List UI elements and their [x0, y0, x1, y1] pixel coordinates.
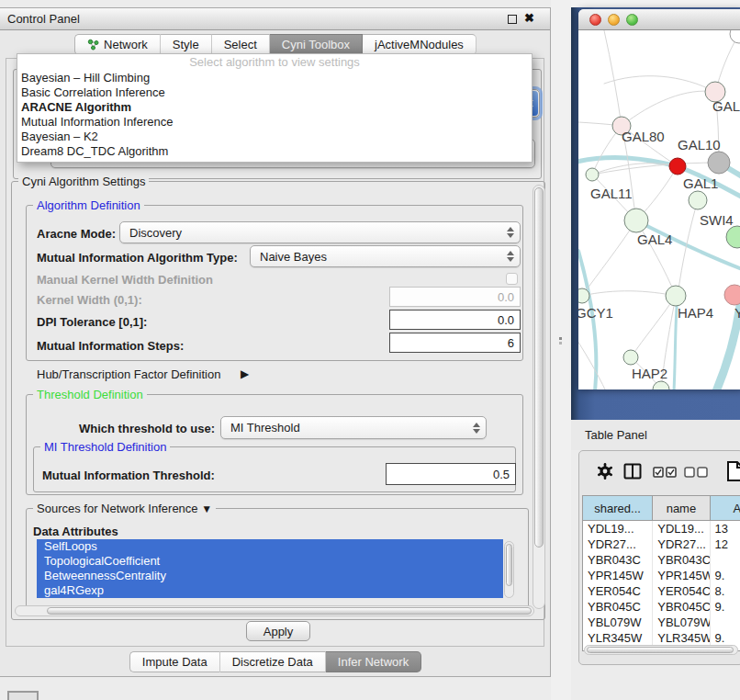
table-horizontal-scrollbar[interactable] — [584, 645, 738, 655]
dpi-tolerance-field[interactable]: 0.0 — [389, 310, 521, 330]
tab-network[interactable]: Network — [74, 34, 161, 55]
network-node-label: GAL1 — [683, 175, 718, 191]
network-edge — [582, 220, 636, 296]
tab-discretize-data[interactable]: Discretize Data — [220, 651, 326, 672]
cell: YBR045C — [583, 599, 653, 615]
cell: YBL079W — [653, 615, 710, 630]
tab-impute-data[interactable]: Impute Data — [129, 651, 220, 672]
table-row[interactable]: YBR043CYBR043C — [583, 552, 740, 568]
column-header-a[interactable]: A — [711, 496, 740, 520]
table-row[interactable]: YPR145WYPR145W9. — [583, 568, 740, 583]
close-icon[interactable]: ✖ — [524, 11, 534, 25]
network-node[interactable] — [724, 285, 740, 305]
network-node-label: GAL4 — [637, 231, 672, 247]
apply-button[interactable]: Apply — [246, 621, 310, 641]
algorithm-option-mutual-information-inference[interactable]: Mutual Information Inference — [17, 115, 532, 130]
algorithm-option-bayesian-k2[interactable]: Bayesian – K2 — [17, 130, 532, 144]
tab-label: Infer Network — [338, 655, 409, 669]
unchecked-boxes-icon[interactable] — [684, 467, 708, 480]
mi-steps-field[interactable]: 6 — [389, 333, 521, 353]
scrollbar-thumb[interactable] — [506, 544, 512, 586]
attribute-topologicalcoefficient[interactable]: TopologicalCoefficient — [37, 554, 503, 569]
tab-select[interactable]: Select — [212, 34, 270, 55]
aracne-mode-combo[interactable]: Discovery — [119, 221, 521, 243]
algorithm-option-aracne-algorithm[interactable]: ARACNE Algorithm — [17, 100, 532, 115]
mi-threshold-field[interactable]: 0.5 — [386, 463, 516, 485]
tab-infer-network[interactable]: Infer Network — [326, 651, 421, 672]
tab-jactivemnodules[interactable]: jActiveMNodules — [363, 34, 477, 55]
algorithm-definition-title: Algorithm Definition — [33, 198, 144, 212]
checked-boxes-icon[interactable] — [653, 467, 677, 480]
split-pane-divider[interactable] — [551, 0, 571, 700]
tab-cyni-toolbox[interactable]: Cyni Toolbox — [270, 34, 363, 55]
expand-arrow-icon[interactable]: ▶ — [241, 367, 249, 380]
network-node[interactable] — [708, 152, 730, 174]
kernel-width-value: 0.0 — [498, 290, 514, 304]
dpi-tolerance-value: 0.0 — [498, 313, 514, 327]
table-row[interactable]: YDL19...YDL19...13 — [583, 521, 740, 536]
cell: 9. — [711, 599, 740, 615]
algorithm-option-dream8-dc-tdc-algorithm[interactable]: Dream8 DC_TDC Algorithm — [17, 144, 532, 159]
float-panel-icon[interactable] — [508, 15, 517, 24]
network-node[interactable] — [624, 209, 648, 232]
scrollbar-thumb[interactable] — [47, 607, 532, 615]
attribute-betweennesscentrality[interactable]: BetweennessCentrality — [37, 569, 503, 583]
network-node[interactable] — [666, 286, 686, 306]
columns-icon[interactable] — [623, 462, 642, 483]
minimized-panel-icon[interactable] — [7, 691, 39, 700]
table-row[interactable]: YDR27...YDR27...12 — [583, 536, 740, 552]
algorithm-option-basic-correlation-inference[interactable]: Basic Correlation Inference — [17, 85, 532, 100]
attributes-scrollbar[interactable] — [504, 541, 514, 598]
settings-horizontal-scrollbar[interactable] — [15, 605, 534, 616]
manual-kernel-checkbox[interactable] — [506, 273, 518, 285]
table-row[interactable]: YER054CYER054C8. — [583, 583, 740, 599]
tab-style[interactable]: Style — [161, 34, 212, 55]
cell: 12 — [711, 536, 740, 552]
hub-definition-label: Hub/Transcription Factor Definition — [37, 367, 220, 381]
cell — [711, 615, 740, 630]
cell — [711, 552, 740, 568]
minimize-traffic-light-icon[interactable] — [608, 14, 620, 26]
network-node[interactable] — [689, 191, 707, 209]
algorithm-option-bayesian-hill-climbing[interactable]: Bayesian – Hill Climbing — [17, 71, 532, 85]
bottom-tab-bar: Impute DataDiscretize DataInfer Network — [0, 651, 551, 672]
table-row[interactable]: YBR045CYBR045C9. — [583, 599, 740, 615]
scrollbar-thumb[interactable] — [587, 647, 734, 653]
column-header-name[interactable]: name — [653, 496, 710, 520]
network-node[interactable] — [669, 158, 686, 175]
kernel-width-field[interactable]: 0.0 — [389, 287, 521, 307]
gear-icon[interactable] — [596, 462, 614, 483]
network-canvas[interactable]: GALGAL80GAL10GAL11GAL1SWI4GAL4GCY1HAP4YH… — [578, 30, 740, 390]
dpi-tolerance-label: DPI Tolerance [0,1]: — [37, 315, 147, 329]
which-threshold-combo[interactable]: MI Threshold — [220, 416, 487, 439]
collapse-arrow-icon[interactable]: ▼ — [201, 502, 212, 515]
cell: YBR045C — [653, 599, 710, 615]
cell: YLR345W — [583, 630, 653, 646]
table-panel-titlebar: Table Panel — [571, 420, 740, 450]
sources-title-text: Sources for Network Inference — [37, 502, 198, 515]
manual-kernel-label: Manual Kernel Width Definition — [37, 273, 213, 287]
network-node[interactable] — [726, 226, 740, 248]
splitter-handle-icon[interactable] — [557, 336, 564, 346]
attribute-gal4rgexp[interactable]: gal4RGexp — [37, 583, 503, 598]
network-node[interactable] — [623, 350, 638, 365]
column-header-shared[interactable]: shared... — [583, 496, 653, 520]
network-node-label: GAL80 — [622, 129, 665, 144]
zoom-traffic-light-icon[interactable] — [626, 14, 638, 26]
table-row[interactable]: YLR345WYLR345W9. — [583, 630, 740, 646]
document-icon[interactable] — [726, 460, 740, 485]
table-panel-title: Table Panel — [585, 428, 647, 442]
mi-type-combo[interactable]: Naive Bayes — [250, 245, 521, 267]
table-row[interactable]: YBL079WYBL079W — [583, 615, 740, 630]
network-edge — [582, 291, 676, 296]
network-node[interactable] — [586, 168, 599, 181]
data-attributes-list[interactable]: SelfLoopsTopologicalCoefficientBetweenne… — [37, 539, 503, 600]
network-node-label: GAL11 — [590, 186, 633, 201]
network-node[interactable] — [578, 288, 589, 303]
network-window-titlebar — [578, 9, 740, 30]
network-node[interactable] — [730, 30, 740, 43]
settings-vertical-scrollbar[interactable] — [533, 185, 545, 609]
attribute-selfloops[interactable]: SelfLoops — [37, 539, 503, 554]
close-traffic-light-icon[interactable] — [589, 14, 601, 26]
scrollbar-thumb[interactable] — [534, 187, 544, 548]
